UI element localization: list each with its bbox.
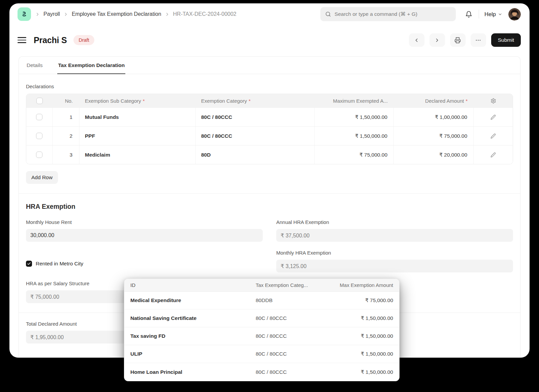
monthly-house-rent-input[interactable]: 30,000.00 — [26, 229, 263, 242]
checkbox-checked-icon — [26, 261, 32, 267]
maximum-exempted-amount-cell[interactable]: ₹ 1,50,000.00 — [315, 108, 394, 126]
exemption-category-cell[interactable]: 80C / 80CCC — [196, 108, 315, 126]
tab-tax-exemption-declaration[interactable]: Tax Exemption Declaration — [57, 57, 125, 74]
option-category: 80DDB — [256, 297, 329, 303]
monthly-hra-exemption-input: ₹ 3,125.00 — [276, 260, 513, 272]
submit-button[interactable]: Submit — [491, 33, 521, 47]
gear-icon — [490, 98, 496, 104]
option-id: National Saving Certificate — [130, 315, 256, 321]
exemption-sub-category-cell[interactable]: Mutual Funds — [80, 108, 196, 126]
notifications-button[interactable] — [461, 7, 476, 21]
add-row-button[interactable]: Add Row — [26, 171, 58, 184]
row-number: 1 — [53, 108, 80, 126]
column-exemption-sub-category: Exemption Sub Category* — [80, 94, 196, 107]
search-icon — [325, 11, 331, 17]
option-category: 80C / 80CCC — [256, 315, 329, 321]
select-all-checkbox[interactable] — [36, 98, 43, 104]
declared-amount-cell[interactable]: ₹ 75,000.00 — [394, 127, 474, 145]
column-declared-amount: Declared Amount* — [394, 94, 474, 107]
edit-row-button[interactable] — [490, 152, 496, 158]
option-max-amount: ₹ 75,000.00 — [329, 297, 393, 303]
rented-in-metro-city-label: Rented in Metro City — [36, 261, 83, 267]
breadcrumb-item[interactable]: Payroll — [43, 11, 60, 17]
status-badge: Draft — [73, 35, 94, 45]
chevron-down-icon — [498, 12, 502, 17]
annual-hra-exemption-field: Annual HRA Exemption ₹ 37,500.00 — [276, 219, 513, 242]
exemption-sub-category-cell[interactable]: Mediclaim — [80, 145, 196, 164]
row-checkbox[interactable] — [36, 114, 42, 120]
more-options-button[interactable] — [471, 33, 486, 47]
exemption-category-cell[interactable]: 80D — [196, 145, 315, 164]
popup-header: ID Tax Exemption Categ... Max Exemption … — [124, 279, 399, 292]
chevron-left-icon — [414, 37, 419, 43]
tax-exemption-options-popup: ID Tax Exemption Categ... Max Exemption … — [124, 279, 400, 381]
monthly-house-rent-label: Monthly House Rent — [26, 219, 263, 225]
breadcrumb: Payroll Employee Tax Exemption Declarati… — [35, 11, 236, 17]
declared-amount-cell[interactable]: ₹ 20,000.00 — [394, 145, 474, 164]
printer-icon — [454, 37, 461, 43]
hra-exemption-heading: HRA Exemption — [26, 203, 513, 210]
option-id: Tax saving FD — [130, 333, 256, 339]
breadcrumb-item[interactable]: HR-TAX-DEC-2024-00002 — [173, 11, 236, 17]
monthly-hra-exemption-field: Monthly HRA Exemption ₹ 3,125.00 — [276, 250, 513, 272]
popup-option-row[interactable]: ULIP 80C / 80CCC ₹ 1,50,000.00 — [124, 345, 399, 363]
ellipsis-icon — [475, 37, 481, 43]
user-avatar[interactable] — [508, 8, 521, 21]
print-button[interactable] — [450, 33, 466, 47]
chevron-right-icon — [35, 12, 40, 17]
column-exemption-category: Exemption Category* — [196, 94, 315, 107]
popup-option-row[interactable]: Tax saving FD 80C / 80CCC ₹ 1,50,000.00 — [124, 327, 399, 345]
rented-in-metro-city-checkbox[interactable]: Rented in Metro City — [26, 255, 263, 272]
option-max-amount: ₹ 1,50,000.00 — [329, 369, 393, 375]
row-number: 2 — [53, 127, 80, 145]
option-category: 80C / 80CCC — [256, 333, 329, 339]
maximum-exempted-amount-cell[interactable]: ₹ 75,000.00 — [315, 145, 394, 164]
next-document-button[interactable] — [430, 33, 445, 47]
popup-option-row[interactable]: Home Loan Principal 80C / 80CCC ₹ 1,50,0… — [124, 363, 399, 381]
frappe-hr-logo[interactable] — [18, 7, 31, 21]
annual-hra-exemption-input: ₹ 37,500.00 — [276, 229, 513, 242]
popup-column-category: Tax Exemption Categ... — [256, 282, 329, 288]
table-settings-button[interactable] — [490, 98, 496, 104]
search-bar[interactable] — [320, 7, 456, 21]
section-divider — [19, 193, 520, 194]
top-navbar: Payroll Employee Tax Exemption Declarati… — [9, 3, 530, 25]
logo-glyph — [21, 10, 28, 18]
popup-body: Medical Expenditure 80DDB ₹ 75,000.00 Na… — [124, 292, 399, 381]
tab-details[interactable]: Details — [26, 57, 43, 74]
page-title: Prachi S — [34, 35, 67, 45]
table-row: 3 Mediclaim 80D ₹ 75,000.00 ₹ 20,000.00 — [26, 145, 513, 164]
monthly-hra-exemption-label: Monthly HRA Exemption — [276, 250, 513, 256]
annual-hra-exemption-label: Annual HRA Exemption — [276, 219, 513, 225]
edit-row-button[interactable] — [490, 133, 496, 139]
pencil-icon — [490, 152, 496, 158]
pencil-icon — [490, 115, 496, 120]
row-checkbox[interactable] — [36, 152, 42, 158]
help-menu-button[interactable]: Help — [482, 9, 505, 20]
exemption-category-cell[interactable]: 80C / 80CCC — [196, 127, 315, 145]
edit-row-button[interactable] — [490, 115, 496, 120]
maximum-exempted-amount-cell[interactable]: ₹ 1,50,000.00 — [315, 127, 394, 145]
popup-column-max-amount: Max Exemption Amount — [329, 282, 393, 288]
pencil-icon — [490, 133, 496, 139]
table-row: 2 PPF 80C / 80CCC ₹ 1,50,000.00 ₹ 75,000… — [26, 126, 513, 145]
previous-document-button[interactable] — [409, 33, 424, 47]
chevron-right-icon — [165, 12, 170, 17]
declarations-table-body: 1 Mutual Funds 80C / 80CCC ₹ 1,50,000.00… — [26, 107, 513, 164]
navbar-divider — [479, 10, 479, 19]
popup-option-row[interactable]: Medical Expenditure 80DDB ₹ 75,000.00 — [124, 292, 399, 309]
help-label: Help — [484, 11, 496, 18]
form-tabs: Details Tax Exemption Declaration — [19, 57, 520, 74]
chevron-right-icon — [434, 37, 440, 43]
required-marker: * — [249, 98, 251, 104]
search-input[interactable] — [335, 11, 451, 17]
popup-option-row[interactable]: National Saving Certificate 80C / 80CCC … — [124, 309, 399, 327]
monthly-house-rent-field: Monthly House Rent 30,000.00 — [26, 219, 263, 242]
declarations-table-header: No. Exemption Sub Category* Exemption Ca… — [26, 94, 513, 107]
sidebar-toggle-button[interactable] — [18, 35, 29, 45]
declared-amount-cell[interactable]: ₹ 1,00,000.00 — [394, 108, 474, 126]
option-id: Medical Expenditure — [130, 297, 256, 303]
exemption-sub-category-cell[interactable]: PPF — [80, 127, 196, 145]
breadcrumb-item[interactable]: Employee Tax Exemption Declaration — [72, 11, 161, 17]
row-checkbox[interactable] — [36, 133, 42, 139]
